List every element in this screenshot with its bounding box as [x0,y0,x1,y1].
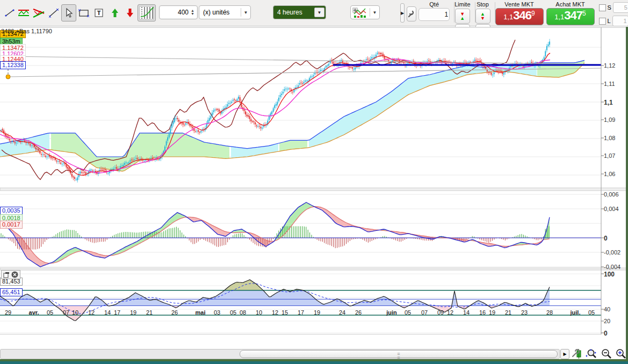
limit-distance-input[interactable] [612,16,628,26]
candle-body [475,60,477,60]
chevron-down-icon[interactable]: ▼ [370,8,379,17]
stoch-fill [150,300,151,306]
scroll-right-button[interactable]: ▶ [560,349,569,359]
stoch-fill [148,300,150,305]
sell-market-button[interactable]: 1,13469 [495,8,544,25]
stop-checkbox[interactable] [599,4,606,11]
cursor-tool-button[interactable] [61,4,76,21]
candle-body [50,157,52,158]
units-dropdown-value: (x) unités [203,9,229,16]
wedge-pattern-tool-button[interactable] [31,4,46,21]
candle-body [37,149,38,149]
zoom-pan-button[interactable] [584,349,598,358]
bar-count-spinner[interactable]: ▲▼ [191,9,194,16]
candle-body [233,100,234,101]
candle-body [66,165,67,168]
candle-body [133,160,134,161]
stop-distance-input[interactable] [613,2,628,13]
indicators-button[interactable]: ▼ [350,5,380,19]
candle-body [85,172,86,174]
stoch-fill [143,297,145,305]
stoch-fill [23,295,24,305]
chevron-down-icon[interactable]: ▼ [314,8,324,17]
candle-body [278,98,279,101]
candle-body [60,163,61,164]
stoch-fill [380,297,382,305]
candle-body [353,69,355,70]
candle-body [193,129,194,130]
x-axis-tick-label: 12 [272,309,278,316]
candle-body [27,143,28,143]
y-axis-tick-label: 1,06 [604,171,615,177]
collapse-panel-button[interactable]: ▶ [400,3,405,23]
x-axis-tick-label: 17 [114,309,120,316]
buy-market-button[interactable]: 1,13475 [546,8,595,25]
x-axis-tick-label: 05 [405,309,411,316]
candle-body [491,73,492,75]
bar-pattern-tool-button[interactable] [138,4,156,21]
candle-body [46,157,47,157]
arrow-down-marker-button[interactable] [122,4,138,21]
wedge-pattern-icon [32,7,45,19]
x-axis-tick-label: 05 [230,309,236,316]
candle-body [250,119,251,121]
candle-body [191,126,192,127]
candle-body [73,177,74,178]
candle-body [545,51,546,56]
sell-stop-order-button[interactable]: ▲▼ [475,9,490,24]
candle-body [355,68,356,70]
qty-input[interactable] [418,8,450,21]
candle-body [83,172,84,173]
candle-body [548,45,549,46]
segment-tool-button[interactable] [2,4,17,21]
chart-settings-button[interactable] [571,349,583,358]
candle-body [10,141,11,142]
y-axis-tick-label: 100 [604,271,615,278]
x-axis-tick-label: 07 [421,309,428,316]
horizontal-scrollbar[interactable]: ≡≡ [0,349,560,359]
zoom-out-button[interactable] [600,349,613,358]
candle-body [42,154,44,155]
order-settings-button[interactable] [407,6,416,21]
sell-limit-order-button[interactable]: ▼▲ [455,9,470,24]
candle-body [300,83,301,83]
arrow-up-marker-button[interactable] [107,4,122,21]
stoch-fill [222,290,224,305]
candle-body [438,60,439,61]
candle-body [531,62,532,63]
chart-canvas[interactable] [0,27,628,334]
candle-body [376,55,377,57]
limit-checkbox[interactable] [599,18,606,25]
chevron-down-icon[interactable]: ▼ [241,8,250,17]
rectangle-tool-button[interactable] [76,4,91,21]
candle-body [9,139,10,141]
stoch-fill [95,297,97,305]
close-indicator-icon[interactable] [11,271,18,278]
units-dropdown[interactable]: (x) unités ▼ [199,5,251,19]
candle-body [276,104,277,106]
trendline-tool-button[interactable] [46,4,61,21]
y-axis-tick-label: -0,002 [604,249,620,256]
candle-body [105,169,106,170]
macd-fill [193,217,195,222]
bar-count-input[interactable] [160,8,190,17]
restore-window-icon[interactable] [3,272,10,278]
candle-body [1,130,2,130]
x-axis-tick-label: juin [386,309,397,316]
candle-body [185,123,186,125]
zoom-in-button[interactable] [614,349,628,358]
candle-body [304,82,305,84]
timeframe-dropdown[interactable]: 4 heures ▼ [273,5,326,19]
candle-body [2,129,3,130]
scrollbar-thumb[interactable]: ≡≡ [240,350,558,358]
stoch-fill [24,295,26,306]
candle-body [176,118,177,119]
candle-body [130,160,131,162]
zigzag-pattern-tool-button[interactable] [16,4,31,21]
y-axis-tick-label: 0 [604,235,608,242]
bar-count-field[interactable]: ▲▼ [159,5,198,19]
chart-area[interactable]: 3486 +Bas 1,11790 1,121,111,11,091,081,0… [0,27,628,334]
candle-body [173,121,174,125]
stoch-fill [69,305,71,318]
text-tool-button[interactable]: T [91,4,106,21]
